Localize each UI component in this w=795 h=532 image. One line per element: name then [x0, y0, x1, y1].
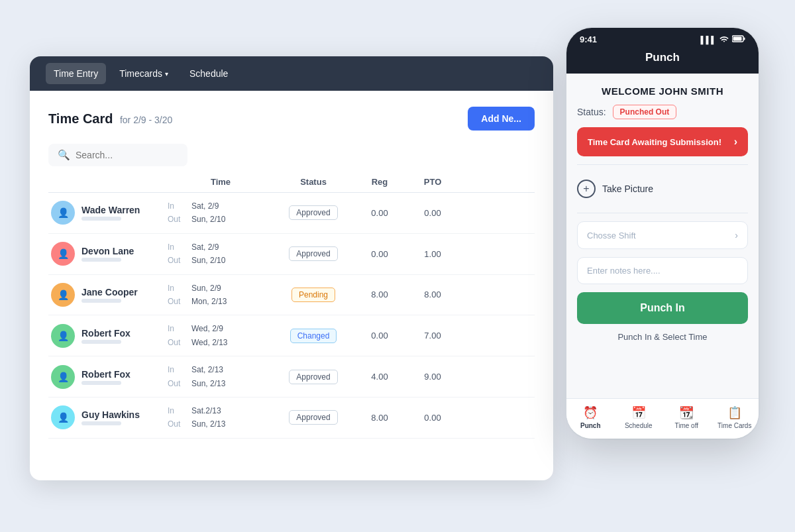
timecard-title: Time Card [48, 111, 113, 126]
table-wrapper: Time Status Reg PTO 👤 Wade Warren [48, 177, 535, 439]
wifi-icon [719, 35, 729, 44]
timeoff-nav-icon: 📆 [679, 405, 694, 420]
nav-schedule[interactable]: Schedule [182, 63, 236, 84]
punch-nav-label: Punch [580, 422, 601, 429]
signal-icon: ▌▌▌ [701, 36, 716, 44]
time-cell: InSat, 2/13 OutSun, 2/13 [168, 363, 274, 390]
employee-cell: 👤 Wade Warren [48, 201, 168, 225]
emp-name: Devon Lane [81, 246, 134, 256]
search-bar: 🔍 [48, 144, 187, 166]
alert-arrow-icon: › [734, 136, 737, 148]
emp-name: Wade Warren [81, 205, 140, 215]
status-row: Status: Punched Out [577, 105, 748, 119]
reg-value: 4.00 [353, 372, 406, 382]
emp-role [81, 258, 121, 262]
table-row[interactable]: 👤 Guy Hawkins InSat.2/13 OutSun, 2/13 Ap… [48, 398, 535, 439]
phone-container: 9:41 ▌▌▌ Punch WELCOME JOHN SMITH Status… [566, 28, 759, 439]
emp-info: Robert Fox [81, 369, 131, 385]
emp-name: Robert Fox [81, 369, 131, 380]
emp-info: Wade Warren [81, 205, 140, 221]
emp-info: Jane Cooper [81, 287, 138, 303]
notes-field[interactable]: Enter notes here.... [577, 257, 748, 284]
phone-time: 9:41 [580, 34, 597, 44]
bottom-nav-schedule[interactable]: 📅 Schedule [620, 405, 657, 429]
status-badge: Approved [289, 205, 337, 220]
avatar: 👤 [51, 365, 75, 389]
emp-name: Jane Cooper [81, 287, 138, 297]
add-new-button[interactable]: Add Ne... [468, 107, 535, 131]
schedule-nav-icon: 📅 [631, 405, 646, 420]
table-header: Time Status Reg PTO [48, 177, 535, 193]
take-picture-row[interactable]: + Take Picture [577, 173, 748, 205]
emp-role [81, 340, 121, 344]
bottom-nav-punch[interactable]: ⏰ Punch [572, 405, 609, 429]
table-row[interactable]: 👤 Robert Fox InWed, 2/9 OutWed, 2/13 Cha… [48, 315, 535, 356]
emp-role [81, 381, 121, 385]
divider [577, 213, 748, 213]
phone-body: WELCOME JOHN SMITH Status: Punched Out T… [566, 74, 759, 398]
timecard-title-area: Time Card for 2/9 - 3/20 [48, 111, 172, 127]
status-label: Status: [577, 107, 606, 117]
svg-rect-2 [744, 38, 745, 40]
employee-cell: 👤 Robert Fox [48, 324, 168, 348]
reg-value: 0.00 [353, 331, 406, 341]
time-cell: InSat, 2/9 OutSun, 2/10 [168, 199, 274, 227]
search-input[interactable] [76, 150, 178, 160]
col-pto: PTO [406, 177, 459, 187]
reg-value: 8.00 [353, 413, 406, 423]
status-badge: Pending [292, 288, 335, 302]
table-row[interactable]: 👤 Wade Warren InSat, 2/9 OutSun, 2/10 Ap… [48, 193, 535, 234]
pto-value: 1.00 [406, 249, 459, 259]
emp-role [81, 421, 121, 425]
emp-role [81, 299, 121, 303]
table-row[interactable]: 👤 Jane Cooper InSun, 2/9 OutMon, 2/13 Pe… [48, 275, 535, 316]
table-body: 👤 Wade Warren InSat, 2/9 OutSun, 2/10 Ap… [48, 193, 535, 439]
reg-value: 0.00 [353, 208, 406, 218]
employee-cell: 👤 Devon Lane [48, 242, 168, 266]
status-cell: Approved [274, 205, 353, 220]
status-cell: Approved [274, 246, 353, 261]
col-name [48, 177, 168, 187]
avatar: 👤 [51, 283, 75, 307]
timecard-period: for 2/9 - 3/20 [120, 115, 172, 125]
punch-in-button[interactable]: Punch In [577, 292, 748, 324]
timeoff-nav-label: Time off [674, 422, 698, 429]
employee-cell: 👤 Robert Fox [48, 365, 168, 389]
time-cell: InWed, 2/9 OutWed, 2/13 [168, 322, 274, 349]
pto-value: 8.00 [406, 290, 459, 299]
timecard-header: Time Card for 2/9 - 3/20 Add Ne... [48, 107, 535, 131]
bottom-nav-timecards[interactable]: 📋 Time Cards [716, 405, 753, 429]
phone-bottom-nav: ⏰ Punch 📅 Schedule 📆 Time off 📋 Time Car… [566, 398, 759, 439]
reg-value: 8.00 [353, 290, 406, 299]
status-badge: Approved [289, 370, 337, 384]
time-cell: InSun, 2/9 OutMon, 2/13 [168, 282, 274, 309]
time-cell: InSat, 2/9 OutSun, 2/10 [168, 240, 274, 268]
punched-out-badge: Punched Out [613, 105, 677, 119]
emp-info: Robert Fox [81, 328, 131, 344]
shift-selector[interactable]: Chosse Shift › [577, 221, 748, 249]
table-row[interactable]: 👤 Devon Lane InSat, 2/9 OutSun, 2/10 App… [48, 234, 535, 275]
desktop-content: Time Card for 2/9 - 3/20 Add Ne... 🔍 Tim… [30, 91, 553, 480]
status-badge: Approved [289, 410, 337, 425]
nav-timecards[interactable]: Timecards ▾ [111, 63, 176, 84]
emp-role [81, 217, 121, 221]
emp-name: Robert Fox [81, 328, 131, 339]
phone-title: Punch [645, 51, 680, 64]
phone-shell: 9:41 ▌▌▌ Punch WELCOME JOHN SMITH Status… [566, 28, 759, 439]
bottom-nav-timeoff[interactable]: 📆 Time off [668, 405, 705, 429]
shift-label: Chosse Shift [587, 231, 636, 240]
alert-banner[interactable]: Time Card Awaiting Submission! › [577, 127, 748, 156]
desktop-nav: Time Entry Timecards ▾ Schedule [30, 56, 553, 91]
search-icon: 🔍 [58, 149, 70, 161]
phone-status-bar: 9:41 ▌▌▌ [566, 28, 759, 48]
employee-cell: 👤 Guy Hawkins [48, 405, 168, 429]
table-row[interactable]: 👤 Robert Fox InSat, 2/13 OutSun, 2/13 Ap… [48, 356, 535, 398]
welcome-text: WELCOME JOHN SMITH [577, 85, 748, 97]
pto-value: 0.00 [406, 413, 459, 423]
alert-text: Time Card Awaiting Submission! [588, 137, 721, 147]
timecards-nav-label: Time Cards [717, 422, 751, 429]
punch-nav-icon: ⏰ [583, 405, 598, 420]
avatar: 👤 [51, 242, 75, 266]
nav-time-entry[interactable]: Time Entry [46, 63, 106, 84]
punch-select-link[interactable]: Punch In & Select Time [577, 332, 748, 342]
